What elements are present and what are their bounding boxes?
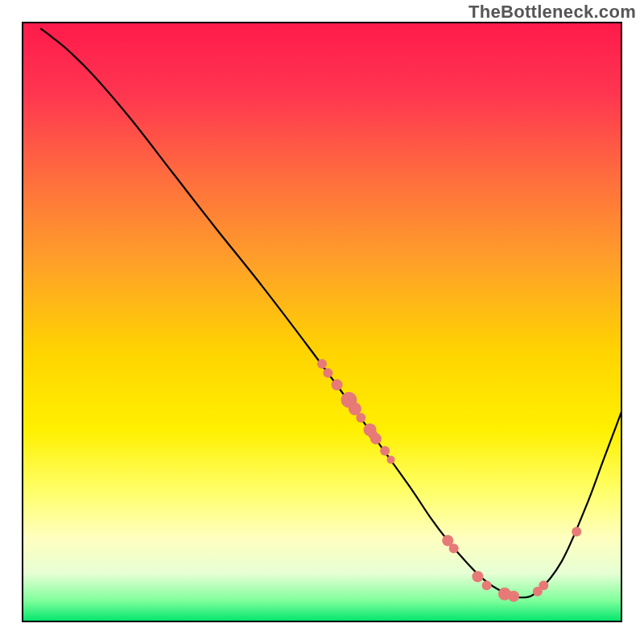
- gradient-background: [23, 23, 621, 621]
- data-point: [370, 433, 382, 444]
- data-point: [572, 526, 581, 536]
- bottleneck-chart: [0, 0, 644, 644]
- attribution-text: TheBottleneck.com: [469, 2, 636, 23]
- data-point: [387, 456, 395, 464]
- data-point: [539, 580, 548, 590]
- data-point: [449, 543, 459, 553]
- data-point: [472, 571, 483, 582]
- data-point: [380, 446, 390, 456]
- data-point: [508, 591, 519, 602]
- data-point: [332, 379, 343, 390]
- data-point: [323, 368, 332, 378]
- data-point: [317, 359, 327, 369]
- data-point: [482, 580, 492, 590]
- data-point: [356, 413, 365, 423]
